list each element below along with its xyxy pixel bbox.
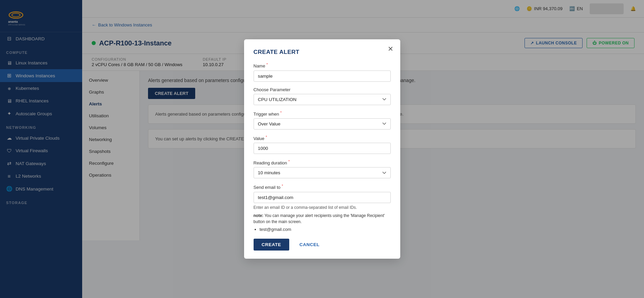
email-note: note: You can manage your alert recipien… [254, 213, 391, 225]
parameter-select[interactable]: CPU UTILIZATION MEMORY UTILIZATION DISK … [254, 94, 391, 105]
value-input[interactable] [254, 143, 391, 154]
modal-overlay: CREATE ALERT ✕ Name * Choose Parameter C… [0, 0, 644, 298]
trigger-select[interactable]: Over Value Under Value [254, 118, 391, 130]
name-input[interactable] [254, 71, 391, 82]
email-hint: Enter an email ID or a comma-separated l… [254, 205, 391, 210]
duration-select[interactable]: 5 minutes 10 minutes 15 minutes 30 minut… [254, 167, 391, 178]
form-group-name: Name * [254, 62, 391, 81]
modal-cancel-button[interactable]: CANCEL [293, 239, 326, 251]
trigger-label: Trigger when * [254, 111, 391, 117]
value-label: Value * [254, 135, 391, 141]
form-group-email: Send email to * Enter an email ID or a c… [254, 184, 391, 232]
email-label: Send email to * [254, 184, 391, 190]
email-list-item: test@gmail.com [260, 227, 391, 232]
modal-title: CREATE ALERT [254, 49, 391, 56]
modal-create-button[interactable]: CREATE [254, 239, 290, 251]
note-text: You can manage your alert recipients usi… [254, 213, 385, 224]
form-group-duration: Reading duration * 5 minutes 10 minutes … [254, 159, 391, 178]
form-group-parameter: Choose Parameter CPU UTILIZATION MEMORY … [254, 87, 391, 105]
form-group-value: Value * [254, 135, 391, 154]
create-alert-modal: CREATE ALERT ✕ Name * Choose Parameter C… [244, 39, 400, 259]
email-input[interactable] [254, 192, 391, 203]
form-group-trigger: Trigger when * Over Value Under Value [254, 111, 391, 130]
email-list: test@gmail.com [254, 227, 391, 232]
modal-close-button[interactable]: ✕ [388, 45, 393, 52]
parameter-label: Choose Parameter [254, 87, 391, 92]
duration-label: Reading duration * [254, 159, 391, 165]
modal-actions: CREATE CANCEL [254, 239, 391, 251]
note-prefix: note: [254, 213, 263, 218]
name-label: Name * [254, 62, 391, 68]
